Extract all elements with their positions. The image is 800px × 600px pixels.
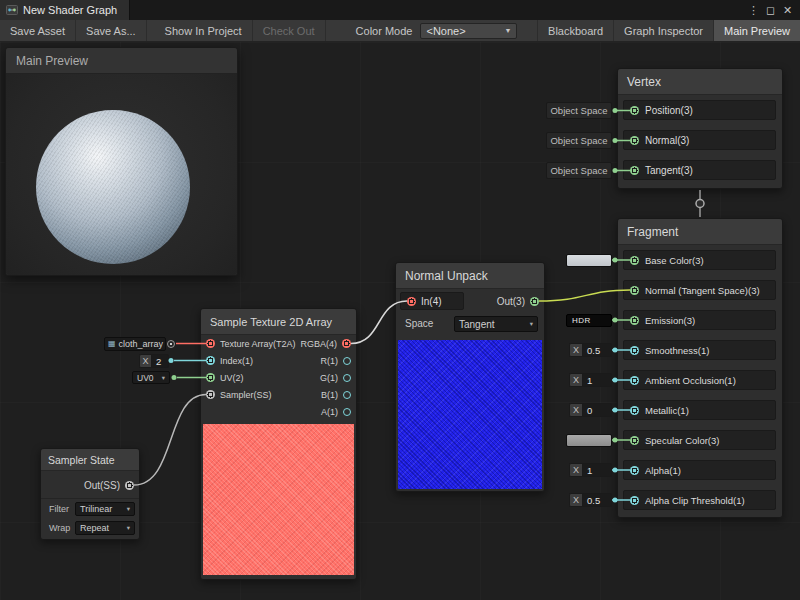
main-preview-panel[interactable]: Main Preview (5, 47, 238, 276)
show-in-project-button[interactable]: Show In Project (155, 20, 253, 41)
position-input-port[interactable] (630, 106, 639, 115)
uv-channel-dropdown[interactable]: UV0 ▾ (132, 371, 170, 384)
color-mode-dropdown[interactable]: <None> ▼ (420, 23, 517, 39)
unpack-node-title[interactable]: Normal Unpack (396, 263, 544, 289)
float-value[interactable]: 2 (151, 354, 169, 368)
out-port[interactable] (530, 297, 539, 306)
vertex-node-title[interactable]: Vertex (618, 69, 782, 95)
float-value[interactable]: 0 (582, 403, 612, 417)
normal-unpack-node[interactable]: Normal Unpack In(4) Out(3) Space Tangent… (395, 262, 545, 492)
a-output-port[interactable] (343, 408, 351, 416)
main-preview-title[interactable]: Main Preview (6, 48, 237, 74)
index-port[interactable] (206, 356, 215, 365)
ambient-occlusion-float-field[interactable]: X 1 (569, 373, 612, 387)
sample-node-title[interactable]: Sample Texture 2D Array (201, 309, 356, 335)
vertex-normal-slot: Normal(3) (623, 130, 776, 150)
base-color-slot: Base Color(3) (623, 250, 776, 270)
g-output-port[interactable] (343, 374, 351, 382)
dropdown-arrow-icon: ▾ (162, 374, 165, 382)
smoothness-port[interactable] (630, 346, 639, 355)
normal-tangent-port[interactable] (630, 286, 639, 295)
shader-graph-icon (6, 4, 18, 16)
sampler-port[interactable] (206, 390, 215, 399)
texture-array-input-row: Texture Array(T2A) (206, 335, 296, 352)
alpha-clip-port[interactable] (630, 496, 639, 505)
menu-icon[interactable]: ⋮ (745, 4, 762, 17)
port-label: Alpha Clip Threshold(1) (645, 495, 745, 506)
filter-label: Filter (49, 504, 69, 514)
vertex-node[interactable]: Vertex Position(3) Normal(3) Tangent(3) (617, 68, 783, 189)
node-divider (41, 498, 139, 499)
uv-input-row: UV(2) (206, 369, 244, 386)
space-dropdown[interactable]: Tangent ▾ (454, 316, 538, 332)
port-label: Texture Array(T2A) (220, 339, 296, 349)
rgba-output-port[interactable] (342, 339, 351, 348)
alpha-clip-float-field[interactable]: X 0.5 (569, 493, 612, 507)
sampler-node-title[interactable]: Sampler State (41, 449, 139, 471)
ambient-occlusion-slot: Ambient Occlusion(1) (623, 370, 776, 390)
save-asset-button[interactable]: Save Asset (0, 20, 76, 41)
specular-color-swatch[interactable] (566, 434, 612, 447)
texture-asset-name: cloth_array (119, 339, 164, 349)
base-color-port[interactable] (630, 256, 639, 265)
window-controls: ⋮ ◻ ✕ (745, 4, 800, 17)
specular-color-port[interactable] (630, 436, 639, 445)
maximize-icon[interactable]: ◻ (762, 4, 779, 17)
uv-port[interactable] (206, 373, 215, 382)
fragment-node-title[interactable]: Fragment (618, 219, 782, 245)
filter-dropdown[interactable]: Trilinear ▾ (75, 502, 135, 516)
metallic-port[interactable] (630, 406, 639, 415)
b-output-port[interactable] (343, 391, 351, 399)
blackboard-button[interactable]: Blackboard (537, 20, 613, 41)
main-preview-button[interactable]: Main Preview (713, 20, 800, 41)
wrap-dropdown[interactable]: Repeat ▾ (75, 521, 135, 535)
port-label: Base Color(3) (645, 255, 704, 266)
float-value[interactable]: 0.5 (582, 493, 612, 507)
save-as-button[interactable]: Save As... (76, 20, 147, 41)
sampler-state-node[interactable]: Sampler State Out(SS) Filter Trilinear ▾… (40, 448, 140, 540)
float-value[interactable]: 1 (582, 373, 612, 387)
metallic-float-field[interactable]: X 0 (569, 403, 612, 417)
close-icon[interactable]: ✕ (779, 4, 796, 17)
alpha-port[interactable] (630, 466, 639, 475)
in-port[interactable] (407, 297, 416, 306)
emission-port[interactable] (630, 316, 639, 325)
port-label: B(1) (321, 390, 338, 400)
out-ss-port[interactable] (125, 481, 134, 490)
port-label: Normal(3) (645, 135, 689, 146)
texture-array-object-field[interactable]: ▦ cloth_array (104, 337, 166, 351)
float-value[interactable]: 0.5 (582, 343, 612, 357)
uv-channel-value: UV0 (137, 373, 154, 383)
normal-space-dropdown[interactable]: Object Space (546, 132, 612, 149)
r-output-port[interactable] (343, 357, 351, 365)
sample-texture-2d-array-node[interactable]: Sample Texture 2D Array Texture Array(T2… (200, 308, 357, 580)
dropdown-arrow-icon: ▾ (530, 320, 533, 328)
port-label: Ambient Occlusion(1) (645, 375, 736, 386)
normal-input-port[interactable] (630, 136, 639, 145)
smoothness-float-field[interactable]: X 0.5 (569, 343, 612, 357)
position-space-dropdown[interactable]: Object Space (546, 102, 612, 119)
graph-inspector-button[interactable]: Graph Inspector (613, 20, 713, 41)
object-picker-icon[interactable] (167, 340, 175, 348)
texture-array-port[interactable] (206, 339, 215, 348)
normal-map-preview (398, 340, 542, 489)
asset-tab[interactable]: New Shader Graph (0, 0, 130, 20)
smoothness-slot: Smoothness(1) (623, 340, 776, 360)
a-output-row: A(1) (321, 403, 351, 420)
port-label: RGBA(4) (300, 339, 337, 349)
tangent-input-port[interactable] (630, 166, 639, 175)
in-slot: In(4) (400, 292, 464, 310)
fragment-node[interactable]: Fragment Base Color(3) Normal (Tangent S… (617, 218, 783, 518)
base-color-swatch[interactable] (566, 254, 612, 267)
emission-hdr-swatch[interactable]: HDR (566, 314, 612, 327)
float-value[interactable]: 1 (582, 463, 612, 477)
filter-value: Trilinear (80, 504, 112, 514)
emission-slot: Emission(3) (623, 310, 776, 330)
tangent-space-dropdown[interactable]: Object Space (546, 162, 612, 179)
index-float-field[interactable]: X 2 (139, 354, 169, 368)
texture-asset-icon: ▦ (108, 340, 116, 348)
cloth-texture-preview (203, 424, 354, 575)
ambient-occlusion-port[interactable] (630, 376, 639, 385)
alpha-float-field[interactable]: X 1 (569, 463, 612, 477)
port-label: Emission(3) (645, 315, 695, 326)
